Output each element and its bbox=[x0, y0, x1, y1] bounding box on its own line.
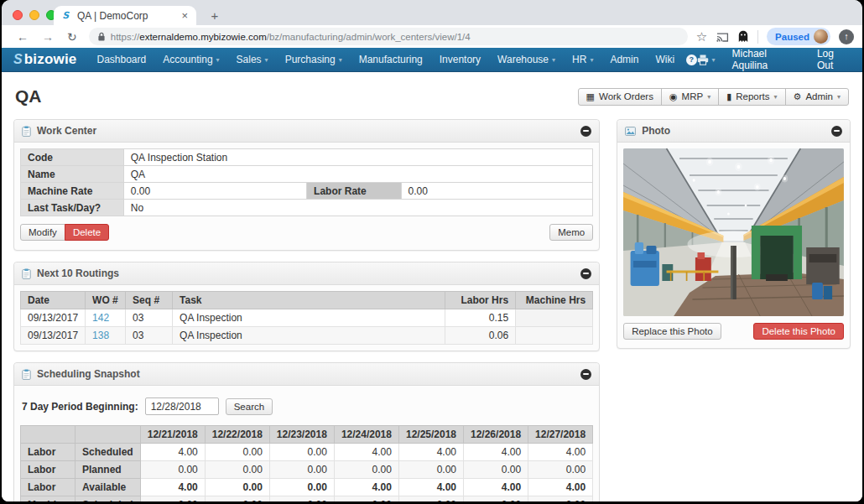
replace-photo-button[interactable]: Replace this Photo bbox=[623, 323, 721, 340]
sched-cell: 0.00 bbox=[528, 496, 593, 502]
collapse-icon[interactable] bbox=[580, 369, 591, 380]
sched-cell: 0.00 bbox=[269, 461, 334, 479]
mrp-button[interactable]: ◉MRP▾ bbox=[661, 88, 719, 106]
print-menu[interactable]: ▾ bbox=[697, 55, 716, 65]
sched-row: LaborAvailable4.000.000.004.004.004.004.… bbox=[21, 479, 593, 496]
code-label: Code bbox=[21, 149, 124, 166]
chevron-down-icon: ▾ bbox=[707, 93, 710, 101]
nav-item-inventory[interactable]: Inventory bbox=[431, 48, 489, 71]
nav-item-admin[interactable]: Admin bbox=[601, 48, 647, 71]
collapse-icon[interactable] bbox=[831, 126, 842, 137]
period-beginning-label: 7 Day Period Beginning: bbox=[22, 401, 138, 413]
sched-group-label: Machine bbox=[21, 496, 75, 502]
nav-item-label: HR bbox=[572, 54, 586, 65]
sched-cell: 0.00 bbox=[334, 461, 398, 479]
svg-text:S: S bbox=[62, 10, 70, 21]
close-window-button[interactable] bbox=[13, 10, 23, 20]
work-order-link[interactable]: 142 bbox=[92, 312, 109, 324]
tab-title: QA | DemoCorp bbox=[77, 10, 180, 22]
nav-item-label: Accounting bbox=[163, 54, 212, 65]
admin-button[interactable]: ⚙Admin▾ bbox=[785, 88, 850, 106]
sched-metric-label: Scheduled bbox=[75, 444, 141, 461]
sched-cell: 0.00 bbox=[140, 496, 205, 502]
sched-cell: 4.00 bbox=[140, 479, 205, 496]
name-value: QA bbox=[123, 166, 592, 183]
code-value: QA Inspection Station bbox=[123, 149, 592, 166]
work-orders-button[interactable]: ▦Work Orders bbox=[578, 88, 662, 106]
bizowie-logo[interactable]: S bizowie bbox=[13, 51, 76, 68]
work-order-link[interactable]: 138 bbox=[92, 330, 109, 341]
address-bar[interactable]: https://externaldemo.mybizowie.com/bz/ma… bbox=[89, 28, 688, 45]
routing-date: 09/13/2017 bbox=[21, 309, 86, 327]
work-center-fields: Code QA Inspection Station Name QA Machi… bbox=[20, 148, 593, 216]
reports-button[interactable]: ▮Reports▾ bbox=[718, 88, 785, 106]
left-column: Work Center Code QA Inspection Station N… bbox=[13, 119, 600, 501]
url-text: https://externaldemo.mybizowie.com/bz/ma… bbox=[111, 32, 471, 42]
collapse-icon[interactable] bbox=[580, 126, 591, 137]
browser-toolbar: ← → ↻ https://externaldemo.mybizowie.com… bbox=[2, 25, 862, 48]
search-button[interactable]: Search bbox=[226, 398, 273, 415]
nav-item-wiki[interactable]: Wiki bbox=[647, 48, 683, 71]
chevron-down-icon: ▾ bbox=[552, 56, 555, 64]
nav-menu: DashboardAccounting▾Sales▾Purchasing▾Man… bbox=[88, 48, 683, 71]
page-toolbar: ▦Work Orders◉MRP▾▮Reports▾⚙Admin▾ bbox=[578, 88, 849, 106]
sched-date-col: 12/26/2018 bbox=[464, 426, 528, 444]
logout-link[interactable]: Log Out bbox=[817, 48, 851, 71]
nav-item-purchasing[interactable]: Purchasing▾ bbox=[277, 48, 351, 71]
routing-wo-cell: 138 bbox=[86, 327, 126, 345]
ghostery-extension-icon[interactable] bbox=[737, 30, 749, 43]
right-column: Photo bbox=[617, 119, 851, 360]
nav-item-label: Inventory bbox=[440, 54, 481, 65]
app-navbar: S bizowie DashboardAccounting▾Sales▾Purc… bbox=[2, 48, 862, 72]
new-tab-button[interactable]: + bbox=[206, 7, 224, 25]
sched-date-col: 12/21/2018 bbox=[140, 426, 205, 444]
browser-action-icons: ☆ Paused ↑ bbox=[696, 28, 854, 45]
sched-cell: 4.00 bbox=[464, 444, 528, 461]
sched-date-col: 12/27/2018 bbox=[528, 426, 593, 444]
refresh-icon[interactable]: ↻ bbox=[60, 30, 84, 44]
sched-cell: 4.00 bbox=[140, 444, 205, 461]
minimize-window-button[interactable] bbox=[29, 10, 39, 20]
memo-button[interactable]: Memo bbox=[549, 224, 593, 241]
browser-tab[interactable]: S QA | DemoCorp × bbox=[54, 6, 196, 25]
period-date-input[interactable] bbox=[145, 397, 219, 415]
collapse-icon[interactable] bbox=[580, 268, 591, 279]
modify-button[interactable]: Modify bbox=[20, 224, 65, 241]
name-label: Name bbox=[21, 166, 124, 183]
toolbar-divider bbox=[757, 30, 758, 44]
nav-item-manufacturing[interactable]: Manufacturing bbox=[351, 48, 431, 71]
work-center-panel-header: Work Center bbox=[14, 120, 599, 143]
chrome-update-icon[interactable]: ↑ bbox=[839, 29, 854, 44]
url-domain: externaldemo.mybizowie.com bbox=[139, 32, 266, 42]
routing-labor-hrs: 0.06 bbox=[445, 327, 516, 345]
cast-icon[interactable] bbox=[716, 31, 729, 43]
routing-machine-hrs bbox=[516, 309, 593, 327]
help-icon[interactable]: ? bbox=[686, 55, 696, 65]
sched-cell: 4.00 bbox=[528, 479, 593, 496]
back-icon[interactable]: ← bbox=[10, 30, 35, 44]
photo-icon bbox=[625, 127, 636, 136]
nav-item-hr[interactable]: HR▾ bbox=[564, 48, 601, 71]
desktop-background: S QA | DemoCorp × + ← → ↻ https://extern… bbox=[0, 0, 864, 504]
nav-item-warehouse[interactable]: Warehouse▾ bbox=[489, 48, 564, 71]
delete-photo-button[interactable]: Delete this Photo bbox=[753, 323, 844, 340]
sched-row: LaborPlanned0.000.000.000.000.000.000.00 bbox=[21, 461, 593, 479]
bookmark-star-icon[interactable]: ☆ bbox=[696, 29, 707, 44]
profile-sync-paused-chip[interactable]: Paused bbox=[767, 28, 830, 45]
user-menu[interactable]: Michael Aquilina bbox=[732, 48, 800, 71]
nav-item-label: Sales bbox=[237, 54, 262, 65]
routings-col-labor-hrs: Labor Hrs bbox=[445, 292, 516, 309]
sched-cell: 0.00 bbox=[398, 496, 463, 502]
nav-item-accounting[interactable]: Accounting▾ bbox=[154, 48, 227, 71]
photo-panel: Photo bbox=[617, 119, 851, 349]
nav-item-label: Admin bbox=[610, 54, 638, 65]
forward-icon[interactable]: → bbox=[35, 30, 60, 44]
sched-metric-label: Planned bbox=[75, 461, 141, 479]
nav-item-sales[interactable]: Sales▾ bbox=[228, 48, 277, 71]
tab-close-icon[interactable]: × bbox=[180, 9, 190, 22]
nav-item-dashboard[interactable]: Dashboard bbox=[88, 48, 154, 71]
scheduling-panel: Scheduling Snapshot 7 Day Period Beginni… bbox=[13, 362, 600, 501]
chevron-down-icon: ▾ bbox=[773, 93, 777, 101]
routings-col-seq: Seq # bbox=[126, 292, 173, 309]
delete-button[interactable]: Delete bbox=[65, 224, 109, 241]
